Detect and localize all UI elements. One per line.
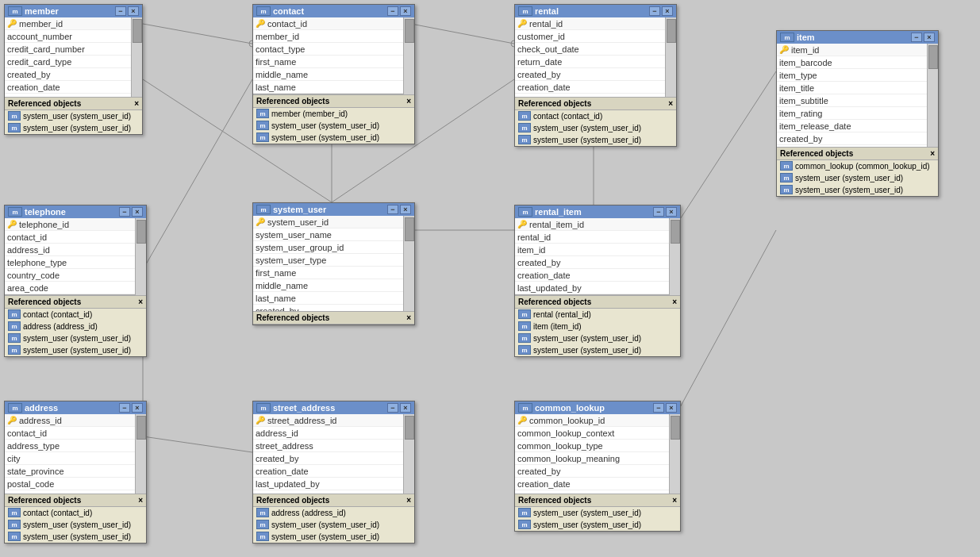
col-customer-id: customer_id bbox=[515, 30, 676, 43]
ref-close-street-address[interactable]: × bbox=[406, 496, 411, 505]
minimize-btn-rental-item[interactable]: − bbox=[653, 207, 664, 217]
ref-item-member-1: m system_user (system_user_id) bbox=[5, 110, 142, 122]
col-middle-name: middle_name bbox=[253, 68, 414, 81]
col-created-by: created_by bbox=[5, 68, 142, 81]
svg-line-8 bbox=[143, 436, 252, 452]
col-state-province: state_province bbox=[5, 465, 146, 478]
svg-line-0 bbox=[143, 24, 252, 44]
ref-item-telephone-4: m system_user (system_user_id) bbox=[5, 344, 146, 356]
ref-item-item-1: m common_lookup (common_lookup_id) bbox=[777, 160, 938, 172]
ref-header-label-a: Referenced objects bbox=[8, 496, 81, 505]
ref-item-telephone-1: m contact (contact_id) bbox=[5, 309, 146, 321]
ref-close-telephone[interactable]: × bbox=[138, 298, 143, 306]
db-icon-telephone: m bbox=[8, 207, 22, 217]
ref-header-label-su: Referenced objects bbox=[256, 313, 329, 322]
close-btn-common-lookup[interactable]: × bbox=[666, 403, 677, 413]
col-common-lookup-context: common_lookup_context bbox=[515, 427, 680, 440]
col-member-id: 🔑member_id bbox=[5, 17, 142, 30]
db-icon-system-user: m bbox=[256, 205, 271, 214]
close-btn-system-user[interactable]: × bbox=[400, 205, 411, 214]
table-member: m member − × 🔑member_id account_number c… bbox=[4, 4, 143, 135]
ref-item-rental-3: m system_user (system_user_id) bbox=[515, 134, 676, 146]
minimize-btn-street-address[interactable]: − bbox=[387, 403, 398, 413]
svg-line-11 bbox=[673, 230, 776, 421]
ref-section-item: Referenced objects × m common_lookup (co… bbox=[777, 147, 938, 196]
col-item-rating: item_rating bbox=[777, 107, 938, 120]
col-member-id: member_id bbox=[253, 30, 414, 43]
col-item-subtitle: item_subtitle bbox=[777, 94, 938, 107]
ref-header-label-contact: Referenced objects bbox=[256, 97, 329, 106]
db-icon-common-lookup: m bbox=[518, 403, 532, 413]
ref-close-contact[interactable]: × bbox=[406, 97, 411, 106]
col-last-updated-by: last_updated_by bbox=[5, 94, 142, 97]
ref-header-label-rental: Referenced objects bbox=[518, 99, 591, 108]
ref-item-contact-2: m system_user (system_user_id) bbox=[253, 120, 414, 132]
close-btn-member[interactable]: × bbox=[128, 6, 139, 16]
minimize-btn-contact[interactable]: − bbox=[387, 6, 398, 16]
col-item-id-ri: item_id bbox=[515, 244, 680, 256]
col-address-id-sa: address_id bbox=[253, 427, 414, 440]
ref-item-rental-1: m contact (contact_id) bbox=[515, 110, 676, 122]
col-common-lookup-type: common_lookup_type bbox=[515, 440, 680, 452]
col-contact-type: contact_type bbox=[253, 43, 414, 56]
minimize-btn-member[interactable]: − bbox=[115, 6, 126, 16]
col-last-update-date-sa: last_update_date bbox=[253, 490, 414, 494]
close-btn-rental[interactable]: × bbox=[662, 6, 673, 16]
col-first-name: first_name bbox=[253, 56, 414, 68]
ref-item-member-2: m system_user (system_user_id) bbox=[5, 122, 142, 134]
table-common-lookup-name: common_lookup bbox=[535, 403, 605, 413]
table-telephone-name: telephone bbox=[25, 207, 66, 217]
close-btn-contact[interactable]: × bbox=[400, 6, 411, 16]
table-contact: m contact − × 🔑contact_id member_id cont… bbox=[252, 4, 415, 144]
ref-close-address[interactable]: × bbox=[138, 496, 143, 505]
col-created-by-ri: created_by bbox=[515, 256, 680, 269]
db-icon-street-address: m bbox=[256, 403, 271, 413]
col-created-by-cl: created_by bbox=[515, 465, 680, 478]
col-created-by-sa: created_by bbox=[253, 452, 414, 465]
table-rental: m rental − × 🔑rental_id customer_id chec… bbox=[514, 4, 677, 147]
ref-header-label-telephone: Referenced objects bbox=[8, 298, 81, 306]
svg-line-1 bbox=[411, 24, 514, 44]
table-rental-item-header: m rental_item − × bbox=[515, 206, 680, 218]
close-btn-address[interactable]: × bbox=[132, 403, 143, 413]
col-system-user-type: system_user_type bbox=[253, 254, 414, 267]
ref-close-member[interactable]: × bbox=[134, 99, 139, 108]
minimize-btn-address[interactable]: − bbox=[119, 403, 130, 413]
table-system-user-header: m system_user − × bbox=[253, 203, 414, 216]
ref-close-item[interactable]: × bbox=[930, 149, 935, 158]
ref-item-a-3: m system_user (system_user_id) bbox=[5, 531, 146, 543]
close-btn-item[interactable]: × bbox=[924, 33, 935, 42]
ref-section-telephone: Referenced objects × m contact (contact_… bbox=[5, 295, 146, 356]
ref-close-rental[interactable]: × bbox=[668, 99, 673, 108]
close-btn-rental-item[interactable]: × bbox=[666, 207, 677, 217]
col-contact-id-t: contact_id bbox=[5, 231, 146, 244]
ref-close-rental-item[interactable]: × bbox=[672, 298, 677, 306]
ref-item-contact-3: m system_user (system_user_id) bbox=[253, 132, 414, 144]
table-rental-item: m rental_item − × 🔑rental_item_id rental… bbox=[514, 205, 681, 357]
ref-close-common-lookup[interactable]: × bbox=[672, 496, 677, 505]
col-middle-name-su: middle_name bbox=[253, 279, 414, 292]
table-system-user-name: system_user bbox=[273, 205, 326, 214]
minimize-btn-item[interactable]: − bbox=[911, 33, 922, 42]
ref-section-contact: Referenced objects × m member (member_id… bbox=[253, 94, 414, 144]
col-last-updated-by-cl: last_updated_by bbox=[515, 490, 680, 494]
col-return-date: return_date bbox=[515, 56, 676, 68]
minimize-btn-system-user[interactable]: − bbox=[387, 205, 398, 214]
ref-section-rental: Referenced objects × m contact (contact_… bbox=[515, 97, 676, 146]
minimize-btn-common-lookup[interactable]: − bbox=[653, 403, 664, 413]
col-street-address-sa: street_address bbox=[253, 440, 414, 452]
col-rental-item-id: 🔑rental_item_id bbox=[515, 218, 680, 231]
close-btn-telephone[interactable]: × bbox=[132, 207, 143, 217]
ref-item-sa-1: m address (address_id) bbox=[253, 507, 414, 519]
ref-close-system-user[interactable]: × bbox=[406, 313, 411, 322]
svg-line-10 bbox=[143, 79, 252, 270]
col-created-by-r: created_by bbox=[515, 68, 676, 81]
table-street-address-header: m street_address − × bbox=[253, 401, 414, 414]
minimize-btn-rental[interactable]: − bbox=[649, 6, 660, 16]
ref-item-telephone-3: m system_user (system_user_id) bbox=[5, 332, 146, 344]
minimize-btn-telephone[interactable]: − bbox=[119, 207, 130, 217]
table-item-name: item bbox=[797, 33, 815, 42]
col-address-id-t: address_id bbox=[5, 244, 146, 256]
col-item-barcode: item_barcode bbox=[777, 56, 938, 69]
close-btn-street-address[interactable]: × bbox=[400, 403, 411, 413]
